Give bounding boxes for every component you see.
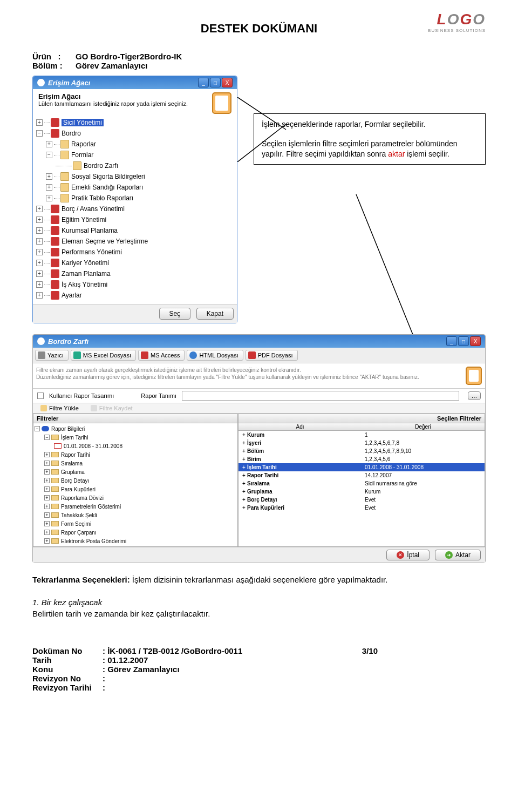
transfer-button[interactable]: ➜Aktar (435, 550, 481, 560)
user-design-checkbox[interactable] (37, 393, 44, 399)
minimize-button[interactable]: _ (198, 78, 209, 87)
item1-text: Belirtilen tarih ve zamanda bir kez çalı… (32, 608, 486, 619)
select-button[interactable]: Seç (159, 308, 191, 320)
col-adi: Adı (238, 423, 362, 430)
module-icon (51, 237, 59, 246)
tree2-node[interactable]: Borç Detayı (61, 478, 89, 484)
tree-subheader: Lülen tanımlamasını istediğiniz rapor ya… (38, 100, 212, 107)
expand-icon[interactable]: + (36, 216, 43, 223)
list-row[interactable]: +GruplamaKurum (238, 488, 485, 496)
expand-icon[interactable]: + (46, 195, 52, 201)
expand-icon[interactable]: + (46, 184, 52, 191)
expand-icon[interactable]: + (46, 141, 52, 147)
close-button[interactable]: X (470, 336, 481, 346)
tree2-node[interactable]: Rapor Bilgileri (51, 426, 85, 432)
folder-icon (60, 183, 69, 192)
list-row[interactable]: +Para KupürleriEvet (238, 504, 485, 512)
excel-button[interactable]: MS Excel Dosyası (71, 350, 136, 361)
expand-icon[interactable]: + (36, 270, 43, 277)
window-title: Bordro Zarfı (48, 337, 446, 346)
tree2-node[interactable]: Elektronik Posta Gönderimi (61, 538, 126, 544)
list-row[interactable]: +Borç DetayıEvet (238, 496, 485, 504)
tree-node-sosyal[interactable]: Sosyal Sigorta Bildirgeleri (71, 173, 145, 180)
col-degeri: Değeri (362, 423, 485, 430)
tree2-node[interactable]: Form Seçimi (61, 521, 91, 527)
expand-icon[interactable]: + (36, 260, 43, 266)
right-pane-header: Seçilen Filtreler (238, 414, 485, 423)
tree-node-zaman[interactable]: Zaman Planlama (62, 270, 111, 278)
tree-node-kurumsal[interactable]: Kurumsal Planlama (62, 227, 118, 234)
tree2-node[interactable]: Para Kupürleri (61, 486, 96, 492)
report-def-input[interactable] (182, 391, 459, 401)
tree-node-egitim[interactable]: Eğitim Yönetimi (62, 216, 106, 224)
tree-node-kariyer[interactable]: Kariyer Yönetimi (62, 259, 109, 267)
globe-icon (189, 351, 197, 359)
footer-tarih-v: : 01.12.2007 (103, 655, 148, 665)
tree-window: Erişim Ağacı _ □ X Erişim Ağacı Lülen ta… (32, 76, 237, 323)
clipboard-icon (466, 367, 482, 385)
tree-node-formlar[interactable]: Formlar (71, 151, 93, 159)
tree-node-bordro[interactable]: Bordro (62, 130, 81, 137)
module-icon (51, 205, 59, 213)
maximize-button[interactable]: □ (210, 78, 221, 87)
tree2-node[interactable]: Raporlama Dövizi (61, 495, 104, 501)
tree-node-emekli[interactable]: Emekli Sandığı Raporları (71, 184, 143, 191)
folder-icon (51, 452, 59, 457)
access-button[interactable]: MS Access (138, 350, 185, 361)
tree2-node[interactable]: 01.01.2008 - 31.01.2008 (64, 443, 122, 449)
folder-icon (51, 435, 59, 440)
folder-icon (60, 172, 69, 181)
tree-node-ayarlar[interactable]: Ayarlar (62, 292, 82, 299)
tree-node-borc[interactable]: Borç / Avans Yönetimi (62, 205, 125, 213)
disk-icon (91, 405, 97, 411)
footer-tarih-l: Tarih (32, 655, 103, 665)
collapse-icon[interactable]: − (46, 152, 52, 158)
expand-icon[interactable]: + (36, 227, 43, 234)
expand-icon[interactable]: + (36, 206, 43, 212)
pdf-icon (248, 351, 256, 359)
list-row[interactable]: +Kurum1 (238, 431, 485, 439)
tree-node-pratik[interactable]: Pratik Tablo Raporları (71, 194, 133, 202)
expand-icon[interactable]: + (36, 281, 43, 288)
list-row[interactable]: +İşlem Tarihi01.01.2008 - 31.01.2008 (238, 463, 485, 471)
pdf-button[interactable]: PDF Dosyası (246, 350, 298, 361)
expand-icon[interactable]: + (46, 173, 52, 180)
close-button[interactable]: Kapat (196, 308, 234, 320)
list-row[interactable]: +Bölüm1,2,3,4,5,6,7,8,9,10 (238, 447, 485, 455)
tree-node-raporlar[interactable]: Raporlar (71, 140, 96, 148)
expand-icon[interactable]: + (36, 238, 43, 245)
tree2-node[interactable]: Rapor Tarihi (61, 452, 90, 458)
browse-button[interactable]: ... (468, 391, 481, 400)
tree2-node[interactable]: İşlem Tarihi (61, 435, 88, 441)
tree2-node[interactable]: Gruplama (61, 469, 85, 475)
filter-load-button[interactable]: Filtre Yükle (37, 404, 82, 412)
tree2-node[interactable]: Sıralama (61, 461, 83, 466)
callout-line2: Seçilen işlemlerin filtre seçimleri para… (262, 139, 478, 158)
collapse-icon[interactable]: − (36, 130, 43, 137)
tree-node-perf[interactable]: Performans Yönetimi (62, 248, 122, 256)
list-row[interactable]: +SıralamaSicil numarasına göre (238, 479, 485, 488)
html-button[interactable]: HTML Dosyası (187, 350, 243, 361)
tree2-node[interactable]: Parametrelerin Gösterimi (61, 504, 121, 510)
footer-revno-l: Revizyon No (32, 674, 103, 683)
list-row[interactable]: +Rapor Tarihi14.12.2007 (238, 471, 485, 479)
folder-icon (51, 521, 59, 526)
tree2-node[interactable]: Tahakkuk Şekli (61, 512, 97, 518)
footer-page: 3/10 (362, 646, 378, 655)
list-row[interactable]: +Birim1,2,3,4,5,6 (238, 455, 485, 463)
tree2-node[interactable]: Rapor Çarpanı (61, 530, 97, 536)
minimize-button[interactable]: _ (446, 336, 457, 346)
expand-icon[interactable]: + (36, 292, 43, 299)
expand-icon[interactable]: + (36, 119, 43, 126)
cancel-button[interactable]: ✕İptal (386, 550, 430, 560)
tree-node-eleman[interactable]: Eleman Seçme ve Yerleştirme (62, 238, 148, 245)
list-row[interactable]: +İşyeri1,2,3,4,5,6,7,8 (238, 439, 485, 447)
tree-node-bordrozarfi[interactable]: Bordro Zarfı (84, 162, 118, 170)
module-icon (51, 280, 59, 289)
tree-node-sicil[interactable]: Sicil Yönetimi (62, 119, 104, 126)
expand-icon[interactable]: + (36, 249, 43, 255)
printer-button[interactable]: Yazıcı (35, 350, 69, 361)
close-button[interactable]: X (222, 78, 233, 87)
maximize-button[interactable]: □ (458, 336, 469, 346)
tree-node-isakis[interactable]: İş Akış Yönetimi (62, 281, 107, 288)
